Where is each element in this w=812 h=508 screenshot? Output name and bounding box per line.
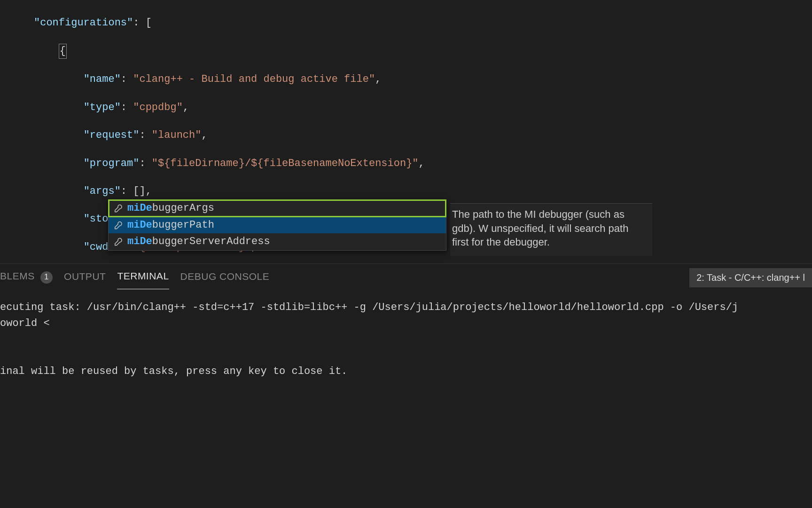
json-val-name: clang++ - Build and debug active file	[139, 73, 368, 85]
json-key-configurations: configurations	[40, 17, 127, 29]
tab-terminal[interactable]: TERMINAL	[117, 264, 169, 289]
suggestion-rest: buggerServerAddress	[152, 235, 270, 249]
panel-tabs: BLEMS 1 OUTPUT TERMINAL DEBUG CONSOLE 2:…	[0, 264, 812, 289]
wrench-icon	[113, 204, 123, 213]
suggestion-rest: buggerArgs	[152, 201, 214, 215]
terminal-output[interactable]: ecuting task: /usr/bin/clang++ -std=c++1…	[0, 289, 812, 380]
autocomplete-popup[interactable]: miDebuggerArgsmiDebuggerPathmiDebuggerSe…	[108, 199, 446, 251]
tab-problems[interactable]: BLEMS 1	[0, 264, 53, 289]
terminal-task-dropdown[interactable]: 2: Task - C/C++: clang++ l	[689, 268, 812, 287]
problems-count-badge: 1	[40, 271, 53, 284]
json-key-program: program	[90, 158, 133, 169]
suggestion-match: miDe	[127, 235, 152, 249]
bracket-open-icon: {	[59, 44, 67, 59]
suggestion-item[interactable]: miDebuggerServerAddress	[109, 233, 446, 250]
tab-output[interactable]: OUTPUT	[64, 264, 106, 289]
tab-debug-console[interactable]: DEBUG CONSOLE	[180, 264, 270, 289]
suggestion-match: miDe	[127, 201, 152, 215]
wrench-icon	[113, 221, 123, 230]
suggestion-item[interactable]: miDebuggerPath	[109, 217, 446, 234]
bottom-panel: BLEMS 1 OUTPUT TERMINAL DEBUG CONSOLE 2:…	[0, 263, 812, 508]
json-key-args: args	[90, 185, 115, 197]
json-key-type: type	[90, 102, 115, 113]
suggestion-item[interactable]: miDebuggerArgs	[109, 200, 446, 217]
wrench-icon	[113, 237, 123, 246]
tab-problems-label: BLEMS	[0, 270, 35, 281]
json-val-request: launch	[158, 129, 195, 141]
json-val-program: ${fileDirname}/${fileBasenameNoExtension…	[158, 158, 412, 169]
json-key-name: name	[90, 73, 115, 85]
suggestion-doc-tooltip: The path to the MI debugger (such as gdb…	[450, 203, 652, 256]
json-key-cwd: cwd	[90, 241, 109, 253]
json-val-type: cppdbg	[139, 102, 176, 113]
json-key-request: request	[90, 129, 133, 141]
suggestion-match: miDe	[127, 218, 152, 232]
suggestion-rest: buggerPath	[152, 218, 214, 232]
